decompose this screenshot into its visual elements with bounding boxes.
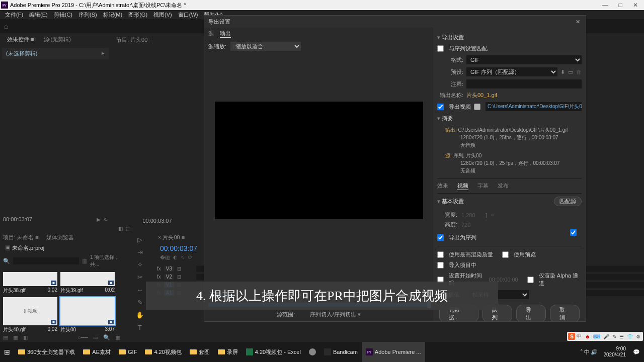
alpha-only-checkbox[interactable] — [527, 277, 534, 283]
taskbar-folder[interactable]: 360安全浏览器下载 — [14, 342, 79, 362]
export-audio-checkbox[interactable] — [474, 104, 480, 110]
selection-tool[interactable]: ▷ — [137, 236, 142, 243]
cancel-button[interactable]: 取消 — [550, 305, 580, 321]
tab-publish[interactable]: 发布 — [498, 182, 509, 190]
delete-preset-icon[interactable]: 🗑 — [576, 69, 582, 75]
track-select-tool[interactable]: ⇥ — [137, 248, 143, 256]
track-v3[interactable]: V3 — [164, 266, 174, 272]
view-icon-icon[interactable]: ▦ — [13, 334, 18, 341]
pen-tool[interactable]: ✎ — [137, 299, 143, 306]
ripple-tool[interactable]: ✧ — [137, 261, 143, 268]
tab-effects[interactable]: 效果 — [437, 182, 448, 190]
tray-up-icon[interactable]: ˄ — [580, 349, 583, 355]
taskbar-app-generic[interactable] — [305, 342, 320, 362]
ime-lang[interactable]: 中 — [575, 333, 583, 340]
link-icon[interactable]: ] — [486, 212, 487, 218]
project-thumb-selected[interactable]: ■ 片头003:07 — [60, 297, 115, 333]
taskbar-app-excel[interactable]: 4.20视频包 - Excel — [242, 342, 305, 362]
format-select[interactable]: GIF — [466, 55, 582, 64]
menu-edit[interactable]: 编辑(E) — [26, 10, 51, 19]
tl-snap-icon[interactable]: �磁 — [160, 254, 170, 261]
project-thumb[interactable]: ■ 片头38.gif0:02 — [3, 272, 57, 294]
tl-settings-icon[interactable]: ⚙ — [188, 254, 192, 261]
use-preview-checkbox[interactable] — [502, 251, 509, 258]
minimize-button[interactable]: — — [598, 2, 613, 9]
dialog-close-button[interactable]: ✕ — [574, 19, 582, 25]
ime-sogou-icon[interactable]: S — [568, 333, 575, 340]
project-search-input[interactable] — [13, 257, 79, 264]
export-as-sequence-checkbox[interactable] — [437, 234, 444, 241]
mon-icon-2[interactable]: ⬚ — [126, 226, 130, 231]
system-tray[interactable]: ˄ 中 🔊 — [577, 348, 601, 356]
mon-icon-1[interactable]: ◧ — [118, 226, 123, 231]
save-preset-icon[interactable]: ⬇ — [560, 69, 565, 75]
width-value[interactable]: 1,280 — [461, 212, 481, 218]
tab-output[interactable]: 输出 — [220, 30, 231, 38]
menu-window[interactable]: 窗口(W) — [175, 10, 201, 19]
import-preset-icon[interactable]: ▭ — [568, 69, 573, 75]
tab-effect-controls[interactable]: 效果控件 ≡ — [3, 34, 38, 45]
ime-toolbar[interactable]: S 中 ☻ ⌨ 🎤 ✎ ☰ 👕 ⚙ — [567, 332, 643, 341]
hand-tool[interactable]: ✋ — [136, 311, 144, 319]
tl-link-icon[interactable]: ∿ — [181, 254, 185, 261]
menu-mark[interactable]: 标记(M) — [100, 10, 126, 19]
tl-marker-icon[interactable]: ◐ — [173, 254, 178, 261]
zoom-slider[interactable]: ○━━ — [77, 334, 88, 341]
export-video-checkbox[interactable] — [437, 104, 444, 110]
taskbar-folder[interactable]: 套图 — [186, 342, 214, 362]
tab-video[interactable]: 视频 — [457, 182, 468, 190]
view-list-icon[interactable]: ▤ — [3, 334, 8, 341]
tab-source[interactable]: 源 — [208, 30, 214, 38]
effect-icon-2[interactable]: ↻ — [104, 217, 108, 222]
taskbar-folder[interactable]: 录屏 — [214, 342, 242, 362]
home-icon[interactable]: ⌂ — [4, 22, 8, 30]
effect-icon-1[interactable]: ▶ — [97, 217, 101, 222]
project-thumb[interactable]: ⇧ 视频■ 片头40.gif0:02 — [3, 297, 57, 333]
comment-input[interactable] — [466, 79, 582, 88]
match-source-button[interactable]: 匹配源 — [554, 197, 582, 206]
taskbar-notifications[interactable]: 💬 — [629, 342, 644, 362]
menu-view[interactable]: 视图(V) — [150, 10, 175, 19]
program-label[interactable]: 节目: 片头00 ≡ — [113, 33, 201, 47]
new-item-icon[interactable]: 🔍 — [103, 334, 110, 341]
summary-head[interactable]: 摘要 — [437, 113, 582, 124]
project-thumb[interactable]: ■ 片头39.gif0:02 — [60, 272, 115, 294]
view-free-icon[interactable]: ◧ — [23, 334, 28, 341]
tab-project[interactable]: 项目: 未命名 ≡ — [3, 234, 39, 240]
tray-volume-icon[interactable]: 🔊 — [591, 349, 598, 355]
export-button[interactable]: 导出 — [516, 305, 546, 321]
output-name-link[interactable]: 片头00_1.gif — [466, 92, 497, 99]
razor-tool[interactable]: ✂ — [137, 274, 143, 281]
new-bin-icon[interactable]: ▭ — [93, 334, 98, 341]
tab-media-browser[interactable]: 媒体浏览器 — [46, 234, 74, 240]
tab-captions[interactable]: 字幕 — [477, 182, 489, 190]
taskbar-folder[interactable]: AE素材 — [79, 342, 115, 362]
dim-lock-checkbox[interactable] — [570, 229, 577, 236]
menu-sequence[interactable]: 序列(S) — [75, 10, 100, 19]
trash-icon[interactable]: ▦ — [115, 334, 120, 341]
type-tool[interactable]: T — [138, 324, 142, 331]
bin-icon[interactable]: ▥ — [82, 258, 87, 264]
menu-graphics[interactable]: 图形(G) — [125, 10, 150, 19]
taskbar-app-bandicam[interactable]: Bandicam — [320, 342, 362, 362]
output-path[interactable]: C:\Users\Administrator\Desktop\GIF\片头00_… — [486, 102, 582, 111]
match-sequence-checkbox[interactable] — [437, 45, 444, 52]
timeline-tab[interactable]: × 片头00 ≡ — [158, 234, 185, 240]
taskbar-folder[interactable]: GIF — [115, 342, 141, 362]
taskbar-clock[interactable]: 9:00 2020/4/21 — [601, 346, 629, 358]
taskbar-folder[interactable]: 4.20视频包 — [141, 342, 185, 362]
preset-select[interactable]: GIF 序列（匹配源） — [466, 67, 557, 76]
export-settings-head[interactable]: 导出设置 — [437, 32, 582, 43]
taskbar-app-premiere[interactable]: PrAdobe Premiere ... — [362, 342, 425, 362]
import-project-checkbox[interactable] — [437, 262, 444, 268]
height-value[interactable]: 720 — [461, 222, 481, 228]
tray-ime[interactable]: 中 — [584, 348, 590, 356]
slip-tool[interactable]: ↔ — [137, 286, 143, 294]
menu-clip[interactable]: 剪辑(C) — [51, 10, 75, 19]
maximize-button[interactable]: □ — [613, 2, 628, 9]
scale-select[interactable]: 缩放以适合 — [230, 42, 301, 51]
range-select[interactable]: 序列切入/序列切出 — [310, 311, 356, 317]
close-button[interactable]: ✕ — [628, 2, 643, 9]
max-quality-checkbox[interactable] — [437, 251, 444, 258]
tab-source-noclip[interactable]: 源·(无剪辑) — [40, 34, 75, 45]
